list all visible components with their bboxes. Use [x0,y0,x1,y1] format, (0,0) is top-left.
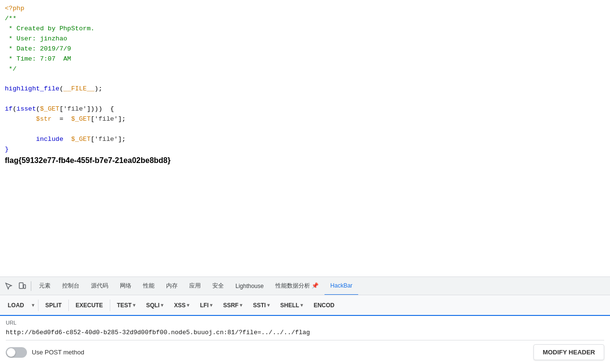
inspect-icon[interactable] [2,279,15,293]
code-line-2: /** [5,14,605,24]
code-line-14: include $_GET['file']; [5,135,605,145]
svg-rect-0 [19,283,23,289]
tab-network[interactable]: 网络 [114,277,137,295]
modify-header-button[interactable]: MODIFY HEADER [533,344,604,360]
url-input[interactable] [6,329,604,336]
tab-security[interactable]: 安全 [207,277,230,295]
tab-performance[interactable]: 性能 [137,277,160,295]
url-divider [6,340,604,340]
tab-separator [31,281,31,291]
post-method-label: Use POST method [32,349,84,356]
code-line-4: * User: jinzhao [5,34,605,44]
tab-lighthouse[interactable]: Lighthouse [230,277,270,295]
tab-elements[interactable]: 元素 [33,277,56,295]
code-line-7: */ [5,64,605,75]
ssti-button[interactable]: SSTI ▾ [248,300,274,311]
code-line-6: * Time: 7:07 AM [5,54,605,64]
code-line-10 [5,94,605,104]
hackbar-toolbar: LOAD ▾ SPLIT EXECUTE TEST ▾ SQLI ▾ XSS ▾… [0,295,610,315]
tab-console[interactable]: 控制台 [56,277,85,295]
hackbar-bottom: URL Use POST method MODIFY HEADER [0,315,610,364]
post-toggle-area: Use POST method [6,347,84,358]
code-line-3: * Created by PhpStorm. [5,24,605,34]
post-method-toggle[interactable] [6,347,27,358]
tab-application[interactable]: 应用 [183,277,207,295]
tab-memory[interactable]: 内存 [160,277,183,295]
url-label: URL [6,320,604,326]
flag-text: flag{59132e77-fb4e-455f-b7e7-21ea02be8bd… [5,156,170,164]
devtools-tabbar: 元素 控制台 源代码 网络 性能 内存 应用 安全 Lighthouse 性能数… [0,276,610,295]
shell-button[interactable]: SHELL ▾ [275,300,308,311]
toggle-knob [7,348,15,357]
execute-button[interactable]: EXECUTE [71,300,108,311]
code-line-5: * Date: 2019/7/9 [5,44,605,54]
load-arrow-button[interactable]: ▾ [30,300,36,310]
sqli-button[interactable]: SQLI ▾ [141,300,168,311]
tab-hackbar[interactable]: HackBar [324,277,358,295]
device-icon[interactable] [15,279,29,293]
xss-button[interactable]: XSS ▾ [169,300,194,311]
code-line-13 [5,125,605,135]
code-line-8 [5,74,605,84]
encod-button[interactable]: ENCOD [309,300,339,311]
tab-perf-analysis[interactable]: 性能数据分析 📌 [270,277,324,295]
tab-sources[interactable]: 源代码 [85,277,114,295]
ssrf-button[interactable]: SSRF ▾ [218,300,247,311]
test-button[interactable]: TEST ▾ [112,300,141,311]
code-line-9: highlight_file(__FILE__); [5,84,605,94]
code-area: <?php /** * Created by PhpStorm. * User:… [0,0,610,276]
toolbar-separator-2 [68,300,69,311]
code-line-1: <?php [5,4,605,14]
toolbar-separator-1 [38,300,39,311]
code-line-15: } [5,145,605,155]
split-button[interactable]: SPLIT [40,300,66,311]
toolbar-separator-3 [110,300,110,311]
lfi-button[interactable]: LFI ▾ [195,300,217,311]
svg-rect-1 [24,285,26,289]
code-line-12: $str = $_GET['file']; [5,114,605,125]
code-line-11: if(isset($_GET['file']))) { [5,104,605,114]
bottom-row: Use POST method MODIFY HEADER [6,344,604,360]
load-button[interactable]: LOAD [3,300,29,311]
